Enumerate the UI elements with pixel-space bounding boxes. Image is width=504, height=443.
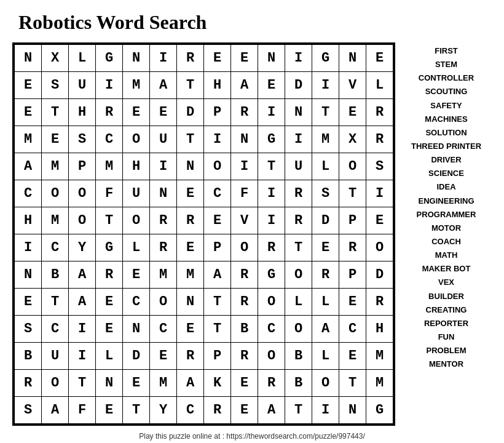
cell-11-10: B (285, 343, 312, 370)
cell-10-8: B (231, 316, 258, 343)
cell-13-5: Y (150, 397, 177, 424)
cell-0-0: N (15, 45, 42, 72)
cell-0-7: E (204, 45, 231, 72)
cell-6-9: I (258, 207, 285, 234)
cell-0-9: N (258, 45, 285, 72)
page-title: Robotics Word Search (18, 11, 207, 34)
word-list-item: SCIENCE (428, 167, 464, 180)
cell-7-10: T (285, 234, 312, 261)
cell-8-0: N (15, 261, 42, 289)
cell-12-2: T (69, 370, 96, 397)
word-list-item: SCOUTING (425, 86, 468, 98)
cell-10-6: E (177, 316, 204, 343)
word-list-item: SOLUTION (425, 127, 467, 139)
cell-8-12: P (339, 261, 366, 289)
cell-13-0: S (15, 397, 42, 424)
cell-3-4: O (123, 126, 150, 153)
word-list-item: SAFETY (430, 100, 462, 112)
cell-10-11: A (312, 316, 339, 343)
cell-10-10: O (285, 316, 312, 343)
word-list-item: ENGINEERING (418, 195, 474, 207)
cell-9-9: O (258, 289, 285, 316)
cell-8-8: R (231, 261, 258, 289)
cell-13-3: E (96, 397, 123, 424)
cell-4-4: H (123, 153, 150, 180)
cell-3-0: M (15, 126, 42, 153)
cell-11-3: L (96, 343, 123, 370)
cell-13-9: A (258, 397, 285, 424)
cell-6-7: E (204, 207, 231, 234)
cell-6-13: E (366, 207, 393, 234)
cell-12-7: K (204, 370, 231, 397)
cell-12-1: O (42, 370, 69, 397)
cell-11-5: E (150, 343, 177, 370)
cell-6-11: D (312, 207, 339, 234)
cell-13-6: C (177, 397, 204, 424)
cell-13-10: T (285, 397, 312, 424)
cell-11-0: B (15, 343, 42, 370)
cell-10-12: C (339, 316, 366, 343)
cell-12-0: R (15, 370, 42, 397)
cell-5-1: O (42, 180, 69, 207)
cell-13-13: G (366, 397, 393, 424)
cell-7-0: I (15, 234, 42, 261)
cell-2-4: E (123, 99, 150, 126)
word-search-grid: NXLGNIREENIGNEESUIMATHAEDIVLETHREEDPRINT… (12, 42, 395, 426)
word-list-item: REPORTER (424, 317, 468, 330)
cell-2-5: E (150, 99, 177, 126)
cell-9-2: A (69, 289, 96, 316)
cell-2-10: N (285, 99, 312, 126)
cell-7-7: P (204, 234, 231, 261)
cell-6-3: T (96, 207, 123, 234)
cell-8-9: G (258, 261, 285, 289)
cell-7-9: R (258, 234, 285, 261)
cell-12-9: R (258, 370, 285, 397)
cell-3-6: T (177, 126, 204, 153)
cell-6-0: H (15, 207, 42, 234)
cell-9-0: E (15, 289, 42, 316)
cell-10-2: I (69, 316, 96, 343)
cell-4-0: A (15, 153, 42, 180)
word-list-item: DRIVER (431, 154, 461, 166)
cell-7-5: R (150, 234, 177, 261)
word-list-item: BUILDER (428, 290, 464, 303)
cell-10-1: C (42, 316, 69, 343)
word-list-item: MACHINES (425, 113, 467, 126)
cell-0-4: N (123, 45, 150, 72)
cell-9-6: N (177, 289, 204, 316)
word-list-item: MENTOR (429, 358, 463, 370)
cell-11-7: P (204, 343, 231, 370)
grid-table: NXLGNIREENIGNEESUIMATHAEDIVLETHREEDPRINT… (14, 44, 393, 424)
word-list-item: FUN (438, 331, 455, 343)
cell-0-8: E (231, 45, 258, 72)
cell-5-6: E (177, 180, 204, 207)
cell-0-11: G (312, 45, 339, 72)
cell-5-0: C (15, 180, 42, 207)
main-area: NXLGNIREENIGNEESUIMATHAEDIVLETHREEDPRINT… (12, 42, 492, 426)
cell-7-6: E (177, 234, 204, 261)
word-list-item: COACH (431, 236, 461, 248)
cell-2-12: E (339, 99, 366, 126)
cell-5-3: F (96, 180, 123, 207)
cell-11-13: M (366, 343, 393, 370)
cell-5-11: S (312, 180, 339, 207)
cell-5-8: F (231, 180, 258, 207)
footer-text: Play this puzzle online at : https://the… (139, 432, 365, 441)
cell-7-3: G (96, 234, 123, 261)
cell-4-12: O (339, 153, 366, 180)
cell-7-2: Y (69, 234, 96, 261)
cell-3-11: M (312, 126, 339, 153)
cell-7-1: C (42, 234, 69, 261)
cell-3-7: I (204, 126, 231, 153)
cell-9-4: C (123, 289, 150, 316)
cell-9-3: E (96, 289, 123, 316)
word-list-item: PROBLEM (427, 345, 467, 357)
cell-11-9: O (258, 343, 285, 370)
cell-5-7: C (204, 180, 231, 207)
cell-0-6: R (177, 45, 204, 72)
cell-12-5: M (150, 370, 177, 397)
word-list-item: CREATING (426, 304, 467, 316)
word-list-item: PROGRAMMER (417, 209, 476, 221)
cell-8-6: M (177, 261, 204, 289)
cell-11-12: E (339, 343, 366, 370)
